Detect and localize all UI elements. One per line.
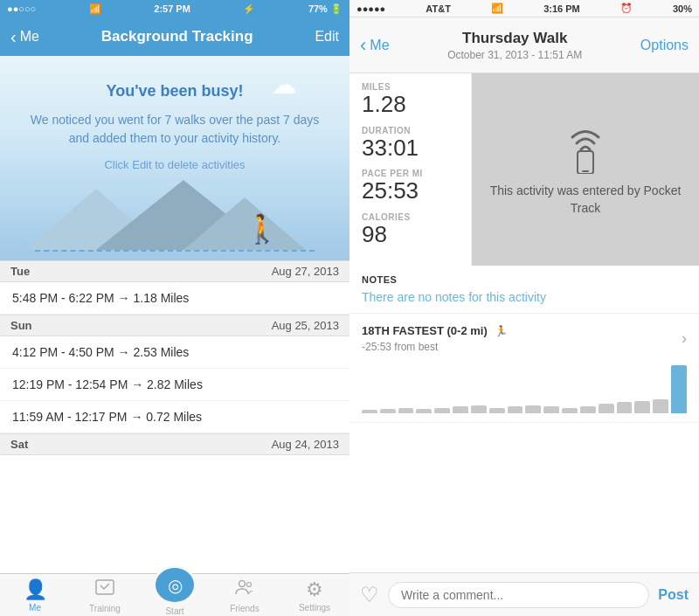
back-button-right[interactable]: ‹ Me (360, 34, 390, 57)
svg-point-2 (247, 582, 252, 586)
chart-header: 18TH FASTEST (0-2 mi) 🏃 -25:53 from best… (362, 322, 687, 354)
day-header-sat: Sat Aug 24, 2013 (0, 433, 350, 455)
stat-calories-value: 98 (362, 222, 459, 247)
list-item[interactable]: 11:59 AM - 12:17 PM → 0.72 Miles (0, 401, 350, 433)
chevron-left-icon: ‹ (10, 27, 17, 47)
tab-settings-label: Settings (299, 603, 330, 613)
tab-bar: 👤 Me Training ◎ Start (0, 573, 350, 616)
chart-bar (562, 408, 578, 413)
stats-area: MILES 1.28 DURATION 33:01 PACE PER MI 25… (350, 73, 699, 266)
page-title-right: Thursday Walk October 31, 2013 - 11:51 A… (390, 30, 640, 61)
fastest-icon: 🏃 (495, 325, 508, 337)
comment-bar: ♡ Post (350, 572, 699, 616)
chart-bar (617, 402, 633, 413)
chart-bar (580, 406, 596, 413)
tab-training-label: Training (89, 604, 121, 613)
heart-button[interactable]: ♡ (360, 583, 379, 607)
tab-start[interactable]: ◎ Start (140, 574, 210, 616)
stat-duration-label: DURATION (362, 126, 459, 135)
training-icon (94, 578, 115, 602)
walker-icon: 🚶 (245, 212, 280, 246)
busy-card: ☁ You've been busy! We noticed you went … (0, 56, 350, 260)
list-item[interactable]: 4:12 PM - 4:50 PM → 2.53 Miles (0, 336, 350, 369)
stat-duration: DURATION 33:01 (362, 126, 459, 161)
options-button[interactable]: Options (640, 38, 689, 53)
signal-dots-right: ●●●●● (356, 3, 385, 14)
chart-bar (489, 408, 505, 413)
svg-point-1 (239, 580, 246, 586)
settings-icon: ⚙ (306, 578, 323, 601)
walk-subtitle: October 31, 2013 - 11:51 AM (390, 49, 640, 61)
stat-miles: MILES 1.28 (362, 82, 459, 117)
status-bar-right: ●●●●● AT&T 📶 3:16 PM ⏰ 30% (350, 0, 699, 17)
chart-bar (416, 409, 432, 413)
chart-bar (671, 365, 687, 413)
notes-empty: There are no notes for this activity (362, 290, 687, 304)
tab-settings[interactable]: ⚙ Settings (280, 574, 350, 616)
friends-icon (234, 578, 255, 602)
chart-bar (362, 410, 377, 413)
notes-section: NOTES There are no notes for this activi… (350, 266, 699, 314)
pocket-track-text: This activity was entered by Pocket Trac… (489, 183, 682, 217)
alarm-icon: ⏰ (620, 3, 633, 14)
tab-training[interactable]: Training (70, 574, 140, 616)
day-date-sat: Aug 24, 2013 (272, 438, 339, 451)
tab-me[interactable]: 👤 Me (0, 574, 70, 616)
bluetooth-icon-left: ⚡ (243, 3, 255, 15)
chart-bar (543, 406, 559, 413)
day-date-sun: Aug 25, 2013 (272, 319, 339, 332)
chart-bars (362, 361, 687, 413)
chart-section: 18TH FASTEST (0-2 mi) 🏃 -25:53 from best… (350, 314, 699, 423)
chart-bar (453, 406, 468, 413)
mountain-scene: 🚶 (26, 180, 323, 250)
status-bar-left: ●●○○○ 📶 2:57 PM ⚡ 77% 🔋 (0, 0, 350, 17)
chart-bar (599, 404, 614, 413)
stat-pace-value: 25:53 (362, 178, 459, 204)
tab-friends[interactable]: Friends (210, 574, 280, 616)
pocket-track-icon (564, 121, 607, 174)
stats-right: This activity was entered by Pocket Trac… (472, 73, 699, 266)
tab-friends-label: Friends (230, 604, 259, 613)
post-button[interactable]: Post (658, 587, 689, 603)
chart-title: 18TH FASTEST (0-2 mi) (362, 324, 488, 337)
day-name-sun: Sun (10, 319, 32, 332)
nav-bar-right: ‹ Me Thursday Walk October 31, 2013 - 11… (350, 17, 699, 73)
start-icon: ◎ (153, 565, 197, 605)
day-header-sun: Sun Aug 25, 2013 (0, 315, 350, 336)
day-name-sat: Sat (10, 438, 28, 451)
wifi-icon-right: 📶 (491, 3, 503, 14)
day-date-tue: Aug 27, 2013 (272, 265, 339, 278)
back-button-left[interactable]: ‹ Me (10, 27, 39, 47)
spacer (350, 423, 699, 572)
list-item[interactable]: 5:48 PM - 6:22 PM → 1.18 Miles (0, 282, 350, 315)
comment-input[interactable] (388, 582, 649, 608)
stat-duration-value: 33:01 (362, 135, 459, 161)
chart-bar (398, 408, 414, 413)
stats-left: MILES 1.28 DURATION 33:01 PACE PER MI 25… (350, 73, 472, 266)
left-panel: ●●○○○ 📶 2:57 PM ⚡ 77% 🔋 ‹ Me Background … (0, 0, 350, 616)
tab-me-label: Me (29, 603, 41, 613)
nav-bar-left: ‹ Me Background Tracking Edit (0, 17, 350, 56)
edit-button[interactable]: Edit (315, 29, 339, 45)
time-left: 2:57 PM (154, 3, 190, 14)
signal-dots-left: ●●○○○ (7, 3, 36, 14)
dashed-line (35, 250, 315, 252)
list-item[interactable]: 12:19 PM - 12:54 PM → 2.82 Miles (0, 369, 350, 401)
busy-hint: Click Edit to delete activities (26, 158, 323, 171)
chart-bar (471, 405, 487, 413)
carrier-right: AT&T (426, 3, 451, 14)
chart-chevron-right-icon[interactable]: › (682, 329, 687, 348)
day-header-tue: Tue Aug 27, 2013 (0, 260, 350, 282)
chart-bar (525, 405, 541, 413)
chart-title-area: 18TH FASTEST (0-2 mi) 🏃 -25:53 from best (362, 322, 508, 354)
chart-from-best: -25:53 from best (362, 341, 438, 353)
page-title-left: Background Tracking (101, 28, 253, 45)
battery-right: 30% (673, 3, 692, 14)
day-name-tue: Tue (10, 265, 30, 278)
stat-calories: CALORIES 98 (362, 212, 459, 247)
chevron-right-icon: ‹ (360, 34, 366, 57)
wifi-icon-left: 📶 (89, 3, 101, 15)
busy-description: We noticed you went for 7 walks over the… (26, 111, 323, 148)
stat-pace: PACE PER MI 25:53 (362, 169, 459, 204)
tab-start-label: Start (165, 606, 183, 616)
